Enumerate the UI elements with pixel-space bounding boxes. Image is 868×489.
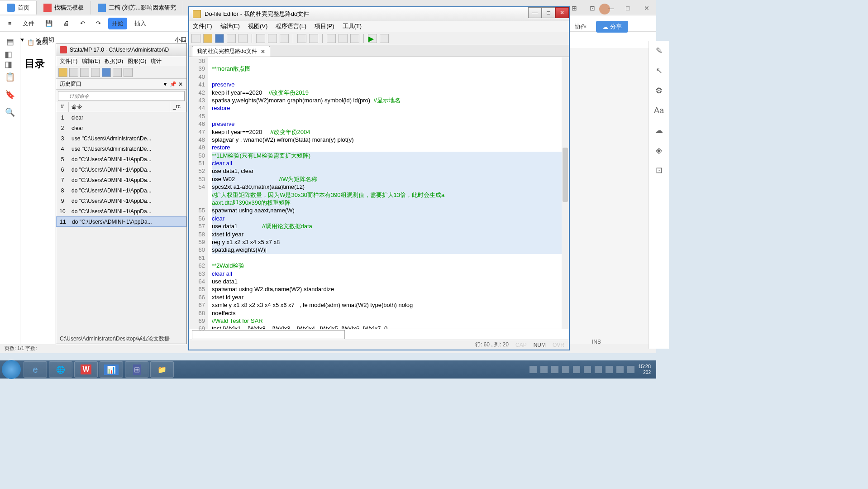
history-row[interactable]: 2clear: [56, 123, 186, 133]
history-row[interactable]: 5do "C:\Users\ADMINI~1\AppDa...: [56, 154, 186, 164]
stata-print-icon[interactable]: [80, 68, 89, 77]
tb-bookmark-prev-icon[interactable]: [350, 34, 359, 43]
dofile-document-tab[interactable]: 我的杜宾完整思路do文件 ✕: [192, 46, 270, 57]
tray-icon[interactable]: [595, 366, 602, 373]
rail-layers-icon[interactable]: ◈: [653, 145, 664, 156]
share-button[interactable]: ☁ 分享: [596, 21, 628, 33]
taskbar-clock[interactable]: 15:28 202: [638, 364, 651, 375]
history-pin-icon[interactable]: 📌: [170, 81, 176, 87]
tb-cut-icon[interactable]: [256, 34, 265, 43]
dofile-menu-project[interactable]: 项目(P): [315, 22, 334, 30]
stata-menu-file[interactable]: 文件(F): [60, 58, 77, 65]
tray-icon[interactable]: [606, 366, 613, 373]
scrollbar-v[interactable]: [562, 57, 569, 329]
taskbar-app2[interactable]: ⊞: [125, 361, 148, 378]
bg-max-icon[interactable]: □: [626, 5, 635, 12]
tb-print-icon[interactable]: [227, 34, 236, 43]
taskbar-explorer[interactable]: 📁: [150, 361, 174, 378]
tb-paste-icon[interactable]: [280, 34, 289, 43]
dofile-menu-lang[interactable]: 程序语言(L): [276, 22, 306, 30]
bg-grid-icon[interactable]: ⊞: [572, 5, 581, 12]
stata-menu-data[interactable]: 数据(D): [105, 58, 123, 65]
tray-icon[interactable]: [627, 366, 634, 373]
stata-save-icon[interactable]: [69, 68, 78, 77]
rail-cloud-icon[interactable]: ☁: [653, 125, 664, 136]
tb-save-icon[interactable]: 💾: [42, 18, 56, 29]
menu-file[interactable]: 文件: [19, 18, 38, 29]
tb-undo-icon[interactable]: [297, 34, 306, 43]
tb-copy-icon[interactable]: [268, 34, 277, 43]
tray-icon[interactable]: [573, 366, 580, 373]
rail-pencil-icon[interactable]: ✎: [653, 45, 664, 56]
scroll-thumb[interactable]: [563, 148, 568, 202]
tb-undo-icon[interactable]: ↶: [76, 18, 89, 29]
rail-outline-icon[interactable]: ▤: [5, 36, 15, 47]
tray-icon[interactable]: [562, 366, 569, 373]
tb-bookmark-icon[interactable]: [327, 34, 336, 43]
bg-min-icon[interactable]: —: [608, 5, 617, 12]
close-button[interactable]: ✕: [555, 7, 569, 18]
tb-redo-icon[interactable]: ↷: [92, 18, 105, 29]
tab-close-icon[interactable]: ✕: [261, 48, 265, 55]
history-row[interactable]: 4use "C:\Users\Administrator\De...: [56, 144, 186, 154]
rail-search-icon[interactable]: 🔍: [5, 107, 15, 118]
history-row[interactable]: 9do "C:\Users\ADMINI~1\AppDa...: [56, 196, 186, 206]
rail-more-icon[interactable]: ⊡: [653, 165, 664, 176]
taskbar-app1[interactable]: 📊: [100, 361, 123, 378]
bg-close-icon[interactable]: ✕: [644, 5, 653, 12]
dofile-menu-view[interactable]: 视图(V): [248, 22, 267, 30]
rail-style-icon[interactable]: Aa: [653, 105, 664, 116]
menu-start[interactable]: 开始: [108, 18, 127, 29]
history-row[interactable]: 6do "C:\Users\ADMINI~1\AppDa...: [56, 164, 186, 175]
stata-menu-graph[interactable]: 图形(G): [128, 58, 146, 65]
stata-dofile-icon[interactable]: [124, 68, 133, 77]
wps-tab-template[interactable]: 找稿壳模板: [37, 1, 91, 14]
maximize-button[interactable]: □: [542, 7, 555, 18]
bg-apps-icon[interactable]: ⊡: [590, 5, 599, 12]
col-rc[interactable]: _rc: [170, 102, 186, 112]
tb-redo-icon[interactable]: [309, 34, 318, 43]
history-row[interactable]: 8do "C:\Users\ADMINI~1\AppDa...: [56, 185, 186, 196]
col-cmd[interactable]: 命令: [69, 102, 170, 112]
history-row[interactable]: 7do "C:\Users\ADMINI~1\AppDa...: [56, 175, 186, 185]
dofile-command-input[interactable]: [192, 330, 345, 339]
rail-settings-icon[interactable]: ⚙: [653, 85, 664, 96]
tray-icon[interactable]: [529, 366, 537, 373]
tb-find-icon[interactable]: [238, 34, 248, 43]
dofile-menu-tools[interactable]: 工具(T): [343, 22, 362, 30]
stata-menu-edit[interactable]: 编辑(E): [82, 58, 100, 65]
stata-graph-icon[interactable]: [113, 68, 122, 77]
tb-open-icon[interactable]: [203, 34, 212, 43]
stata-menu-stats[interactable]: 统计: [151, 58, 162, 65]
taskbar-wps[interactable]: W: [74, 361, 98, 378]
tray-icon[interactable]: [540, 366, 548, 373]
tb-new-icon[interactable]: [191, 34, 200, 43]
dofile-code-editor[interactable]: 3839404142434445464748495051525354555657…: [189, 57, 569, 329]
history-filter-icon[interactable]: ▼: [162, 81, 168, 87]
tb-bookmark-next-icon[interactable]: [339, 34, 348, 43]
tb-print-icon[interactable]: 🖨: [60, 18, 73, 29]
history-row[interactable]: 3use "C:\Users\Administrator\De...: [56, 133, 186, 144]
history-row[interactable]: 10do "C:\Users\ADMINI~1\AppDa...: [56, 206, 186, 216]
wps-tab-home[interactable]: 首页: [0, 1, 37, 14]
start-button[interactable]: [2, 360, 21, 379]
dofile-menu-edit[interactable]: 编辑(E): [220, 22, 240, 30]
tb-run-sel-icon[interactable]: [380, 34, 389, 43]
rail-cursor-icon[interactable]: ↖: [653, 65, 664, 76]
stata-log-icon[interactable]: [91, 68, 100, 77]
copy-label[interactable]: 📋 复制: [27, 38, 48, 47]
menu-insert[interactable]: 插入: [131, 18, 150, 29]
history-row[interactable]: 1clear: [56, 112, 186, 123]
code-area[interactable]: **moran散点图preservekeep if year==2020 //改…: [208, 57, 569, 329]
menu-hamburger[interactable]: ≡: [5, 18, 15, 29]
taskbar-browser[interactable]: 🌐: [49, 361, 72, 378]
stata-viewer-icon[interactable]: [102, 68, 111, 77]
history-row[interactable]: 11do "C:\Users\ADMINI~1\AppDa...: [56, 216, 186, 227]
taskbar-ie[interactable]: e: [24, 361, 47, 378]
dofile-menu-file[interactable]: 文件(F): [193, 22, 212, 30]
rail-bookmark-icon[interactable]: 🔖: [5, 89, 15, 100]
rail-nav-icon[interactable]: ◧ ◨: [5, 54, 15, 65]
col-num[interactable]: #: [56, 102, 69, 112]
tb-save-icon[interactable]: [215, 34, 224, 43]
stata-open-icon[interactable]: [58, 68, 67, 77]
